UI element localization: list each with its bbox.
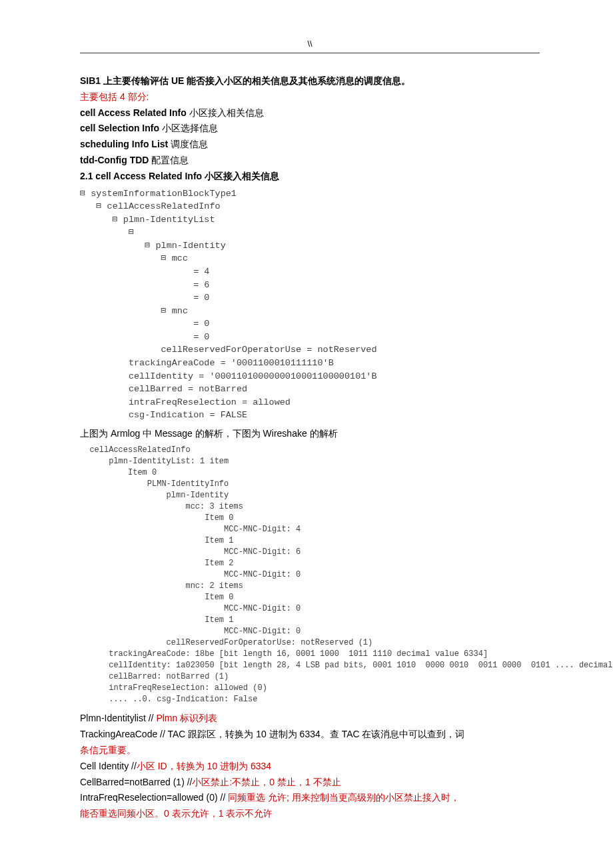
note-line-5: IntraFreqReselection=allowed (0) // 同频重选…	[80, 790, 540, 806]
note-line-2b: 条信元重要。	[80, 743, 540, 759]
note-line-4: CellBarred=notBarred (1) //小区禁止:不禁止，0 禁止…	[80, 775, 540, 791]
wireshark-tree: cellAccessRelatedInfo plmn-IdentityList:…	[80, 445, 540, 706]
bullet-3-b: scheduling Info List	[80, 139, 168, 149]
n1a: Plmn-Identitylist //	[80, 713, 156, 723]
bullet-3-t: 调度信息	[168, 139, 208, 149]
n1r: Plmn 标识列表	[156, 713, 217, 723]
armlog-tree: ⊟ systemInformationBlockType1 ⊟ cellAcce…	[80, 187, 540, 422]
n5r2: 用来控制当更高级别的小区禁止接入时，	[289, 792, 460, 803]
n4a: CellBarred=notBarred (1) //	[80, 777, 192, 787]
bullet-4-b: tdd-Config TDD	[80, 155, 149, 165]
page-header: \\	[80, 37, 540, 53]
note-line-3: Cell Identity //小区 ID，转换为 10 进制为 6334	[80, 759, 540, 775]
bullet-2-t: 小区选择信息	[159, 123, 218, 133]
n5r1: 同频重选 允许;	[228, 792, 289, 803]
bullet-1-b: cell Access Related Info	[80, 107, 187, 118]
bullet-1: cell Access Related Info 小区接入相关信息	[80, 105, 540, 121]
mid-note: 上图为 Armlog 中 Message 的解析，下图为 Wireshake 的…	[80, 426, 540, 442]
intro-subtitle: 主要包括 4 部分:	[80, 89, 540, 105]
n4r: 小区禁止:不禁止，0 禁止，1 不禁止	[192, 777, 340, 787]
note-line-1: Plmn-Identitylist // Plmn 标识列表	[80, 711, 540, 727]
header-text: \\	[307, 39, 312, 49]
document-page: \\ SIB1 上主要传输评估 UE 能否接入小区的相关信息及其他系统消息的调度…	[0, 0, 613, 849]
bullet-4-t: 配置信息	[149, 155, 189, 165]
bullet-4: tdd-Config TDD 配置信息	[80, 153, 540, 169]
bullet-2-b: cell Selection Info	[80, 123, 159, 133]
bullet-2: cell Selection Info 小区选择信息	[80, 121, 540, 137]
bullet-3: scheduling Info List 调度信息	[80, 137, 540, 153]
intro-title: SIB1 上主要传输评估 UE 能否接入小区的相关信息及其他系统消息的调度信息。	[80, 73, 540, 89]
n5a: IntraFreqReselection=allowed (0) //	[80, 792, 228, 803]
note-line-2: TrackingAreaCode // TAC 跟踪区，转换为 10 进制为 6…	[80, 727, 540, 743]
bullet-1-t: 小区接入相关信息	[187, 107, 264, 118]
n3a: Cell Identity //	[80, 761, 137, 771]
section-heading: 2.1 cell Access Related Info 小区接入相关信息	[80, 169, 540, 185]
n3r: 小区 ID，转换为 10 进制为 6334	[137, 761, 271, 771]
note-line-6: 能否重选同频小区。0 表示允许，1 表示不允许	[80, 806, 540, 822]
n2a: TrackingAreaCode // TAC 跟踪区，转换为 10 进制为 6…	[80, 729, 465, 739]
